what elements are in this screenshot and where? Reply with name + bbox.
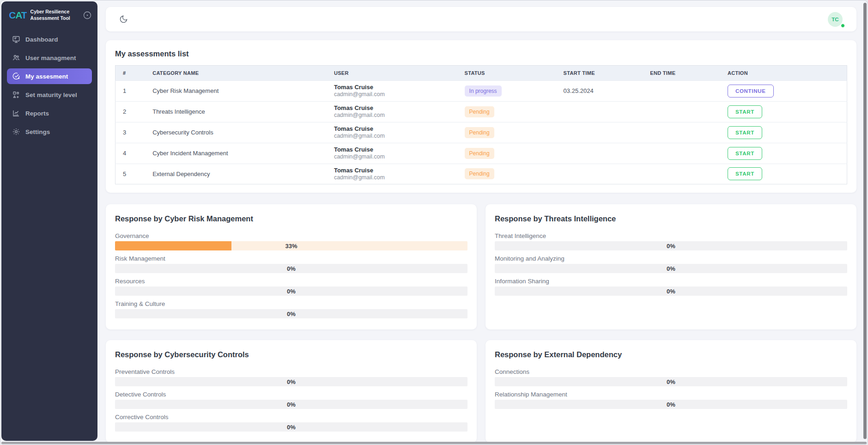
progress-bar: 0% xyxy=(495,241,847,250)
category-name: Cyber Incident Management xyxy=(149,143,330,164)
status-badge: Pending xyxy=(465,106,494,117)
progress-bar: 0% xyxy=(115,377,467,386)
column-header: ACTION xyxy=(724,66,847,81)
sidebar-item-label: User managment xyxy=(25,55,76,61)
user-cell: Tomas Cruise cadmin@gmail.com xyxy=(330,164,461,184)
progress-group: Corrective Controls 0% xyxy=(115,414,467,432)
sidebar-item-label: Set maturity level xyxy=(25,91,77,98)
continue-button[interactable]: CONTINUE xyxy=(728,85,774,98)
progress-label: Training & Culture xyxy=(115,300,467,307)
start-time xyxy=(560,164,647,184)
progress-label: Resources xyxy=(115,278,467,285)
user-name: Tomas Cruise xyxy=(334,84,457,91)
table-row: 3Cybersecurity Controls Tomas Cruise cad… xyxy=(115,122,847,143)
table-row: 1Cyber Risk Management Tomas Cruise cadm… xyxy=(115,81,847,102)
column-header: USER xyxy=(330,66,461,81)
sidebar-item-dashboard[interactable]: Dashboard xyxy=(7,31,92,47)
sidebar-header: CAT Cyber Resilience Assessment Tool xyxy=(1,1,97,21)
progress-value: 0% xyxy=(287,288,296,295)
status-cell: Pending xyxy=(461,101,560,122)
app-logo: CAT xyxy=(9,10,27,21)
row-number: 4 xyxy=(115,143,149,164)
user-cell: Tomas Cruise cadmin@gmail.com xyxy=(330,122,461,143)
row-number: 1 xyxy=(115,81,149,102)
progress-bar: 0% xyxy=(495,287,847,296)
sidebar-item-label: My assesment xyxy=(25,73,68,80)
sidebar-item-settings[interactable]: Settings xyxy=(7,124,92,140)
sidebar-item-label: Reports xyxy=(25,110,49,117)
progress-bar: 0% xyxy=(115,309,467,318)
progress-value: 0% xyxy=(287,265,296,272)
start-button[interactable]: START xyxy=(728,147,762,160)
user-name: Tomas Cruise xyxy=(334,167,457,174)
progress-bar: 0% xyxy=(495,264,847,273)
progress-group: Risk Management 0% xyxy=(115,255,467,273)
response-card-title: Response by Cyber Risk Management xyxy=(115,214,467,223)
action-cell: START xyxy=(724,122,847,143)
column-header: END TIME xyxy=(646,66,724,81)
column-header: CATEGORY NAME xyxy=(149,66,330,81)
response-cards-row-1: Response by Cyber Risk Management Govern… xyxy=(106,204,856,329)
user-name: Tomas Cruise xyxy=(334,104,457,112)
sidebar-collapse-icon[interactable] xyxy=(83,11,92,20)
assessments-card: My assessments list #CATEGORY NAMEUSERST… xyxy=(106,40,856,193)
vertical-scrollbar[interactable] xyxy=(863,3,867,439)
start-button[interactable]: START xyxy=(728,167,762,180)
progress-group: Threat Intelligence 0% xyxy=(495,232,847,250)
column-header: STATUS xyxy=(461,66,560,81)
sidebar-item-assessment[interactable]: My assesment xyxy=(7,68,92,84)
start-button[interactable]: START xyxy=(728,126,762,139)
user-cell: Tomas Cruise cadmin@gmail.com xyxy=(330,101,461,122)
response-card-title: Response by Threats Intelligence xyxy=(495,214,847,223)
status-cell: In progress xyxy=(461,81,560,102)
progress-group: Connections 0% xyxy=(495,368,847,386)
app-window: CAT Cyber Resilience Assessment Tool Das… xyxy=(0,0,868,445)
response-card: Response by External Dependency Connecti… xyxy=(486,340,856,443)
user-name: Tomas Cruise xyxy=(334,125,457,133)
sidebar: CAT Cyber Resilience Assessment Tool Das… xyxy=(1,1,97,441)
progress-value: 33% xyxy=(285,243,297,250)
response-card-title: Response by Cybersecurity Controls xyxy=(115,350,467,359)
response-card: Response by Threats Intelligence Threat … xyxy=(486,204,856,329)
action-cell: CONTINUE xyxy=(724,81,847,102)
category-name: Cyber Risk Management xyxy=(149,81,330,102)
column-header: START TIME xyxy=(560,66,647,81)
start-button[interactable]: START xyxy=(728,105,762,118)
progress-bar: 0% xyxy=(495,400,847,409)
progress-label: Monitoring and Analyzing xyxy=(495,255,847,262)
progress-bar: 0% xyxy=(115,422,467,432)
status-cell: Pending xyxy=(461,164,560,184)
progress-label: Corrective Controls xyxy=(115,414,467,421)
progress-fill xyxy=(115,241,231,250)
progress-value: 0% xyxy=(667,288,675,295)
sidebar-item-maturity[interactable]: Set maturity level xyxy=(7,87,92,103)
end-time xyxy=(646,164,724,184)
category-name: Cybersecurity Controls xyxy=(149,122,330,143)
horizontal-scrollbar[interactable] xyxy=(1,442,867,444)
progress-label: Information Sharing xyxy=(495,278,847,285)
progress-group: Resources 0% xyxy=(115,278,467,296)
assessments-title: My assessments list xyxy=(115,49,847,58)
category-name: External Dependency xyxy=(149,164,330,184)
progress-bar: 0% xyxy=(495,377,847,386)
action-cell: START xyxy=(724,101,847,122)
bar-chart-icon xyxy=(12,109,20,117)
user-name: Tomas Cruise xyxy=(334,146,457,153)
table-row: 4Cyber Incident Management Tomas Cruise … xyxy=(115,143,847,164)
row-number: 5 xyxy=(115,164,149,184)
dark-mode-toggle[interactable] xyxy=(119,15,128,24)
maturity-level-icon xyxy=(12,91,20,99)
progress-label: Preventative Controls xyxy=(115,368,467,375)
sidebar-item-reports[interactable]: Reports xyxy=(7,105,92,121)
online-status-dot xyxy=(841,24,845,28)
table-row: 5External Dependency Tomas Cruise cadmin… xyxy=(115,164,847,184)
progress-value: 0% xyxy=(287,424,296,431)
progress-group: Monitoring and Analyzing 0% xyxy=(495,255,847,273)
sidebar-nav: DashboardUser managmentMy assesmentSet m… xyxy=(1,31,97,140)
progress-label: Connections xyxy=(495,368,847,375)
sidebar-item-users[interactable]: User managment xyxy=(7,50,92,66)
user-avatar[interactable]: TC xyxy=(828,12,843,27)
app-title: Cyber Resilience Assessment Tool xyxy=(30,9,79,21)
avatar-initials: TC xyxy=(832,17,838,22)
category-name: Threats Intelligence xyxy=(149,101,330,122)
